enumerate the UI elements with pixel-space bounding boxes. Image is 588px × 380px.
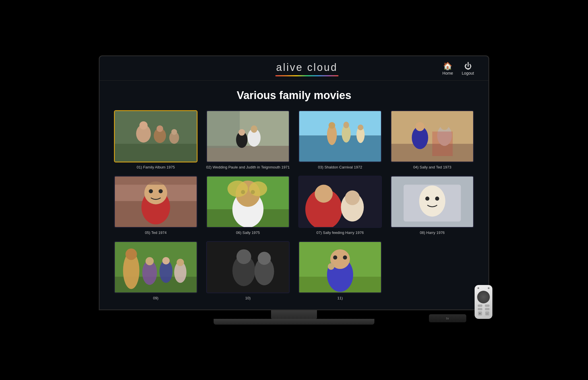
- thumbnail-9: [114, 241, 198, 293]
- svg-point-5: [156, 125, 163, 132]
- tv-wrapper: alive cloud 🏠 Home ⏻ Logout Various fami…: [99, 55, 489, 325]
- movie-item-3[interactable]: 03) Shaldon Carnival 1972: [298, 110, 382, 170]
- svg-point-18: [329, 122, 335, 129]
- svg-point-33: [144, 181, 167, 204]
- svg-point-44: [249, 181, 267, 196]
- tv-screen: alive cloud 🏠 Home ⏻ Logout Various fami…: [99, 55, 489, 310]
- movie-label: 05) Ted 1974: [145, 230, 167, 235]
- movie-item-6[interactable]: 06) Sally 1975: [206, 176, 290, 235]
- movie-item-9[interactable]: 09): [114, 241, 198, 301]
- remote-dot-left: [477, 287, 479, 289]
- svg-point-69: [258, 252, 271, 265]
- svg-point-14: [251, 125, 257, 133]
- svg-point-35: [158, 189, 163, 193]
- movie-item-7[interactable]: 07) Sally feeding Harry 1976: [298, 176, 382, 235]
- svg-point-43: [227, 181, 248, 197]
- svg-point-12: [239, 129, 245, 136]
- movie-label: 01) Family Album 1975: [137, 165, 175, 170]
- movie-label: 06) Sally 1975: [236, 230, 260, 235]
- appletv-box: tv: [429, 314, 466, 322]
- movie-label: 10): [245, 296, 251, 301]
- movie-label: 09): [153, 296, 158, 301]
- svg-point-20: [343, 122, 349, 128]
- svg-point-75: [343, 255, 347, 259]
- svg-point-54: [435, 197, 439, 201]
- movie-item-11[interactable]: 11): [298, 241, 382, 301]
- movie-label: 04) Sally and Ted 1973: [413, 165, 451, 170]
- thumbnail-6: [206, 176, 290, 228]
- remote-btn-home[interactable]: [485, 308, 490, 310]
- svg-point-67: [237, 249, 251, 264]
- remote-wrapper: + -: [472, 285, 495, 319]
- svg-point-49: [345, 190, 360, 205]
- page-title: Various family movies: [114, 86, 474, 102]
- movie-item-4[interactable]: 04) Sally and Ted 1973: [390, 110, 474, 170]
- svg-rect-15: [299, 111, 381, 136]
- thumbnail-7: [298, 176, 382, 228]
- svg-rect-16: [299, 135, 381, 162]
- thumbnail-2: [206, 110, 290, 162]
- nav-logout[interactable]: ⏻ Logout: [462, 62, 474, 75]
- movie-item-10[interactable]: 10): [206, 241, 290, 301]
- tv-stand-neck: [271, 310, 317, 319]
- tv-stand-base: [214, 319, 374, 325]
- svg-point-28: [440, 122, 449, 130]
- remote: + -: [475, 285, 492, 319]
- svg-point-64: [177, 259, 184, 266]
- thumbnail-8: [390, 176, 474, 228]
- nav-home-label: Home: [442, 71, 453, 75]
- thumbnail-10: [206, 241, 290, 293]
- movie-item-2[interactable]: 02) Wedding Paule and Judith in Teignmou…: [206, 110, 290, 170]
- header-nav: 🏠 Home ⏻ Logout: [442, 62, 474, 75]
- movie-label: 03) Shaldon Carnival 1972: [318, 165, 362, 170]
- movie-label: 07) Sally feeding Harry 1976: [316, 230, 364, 235]
- movie-grid: 01) Family Album 1975 02) Wedding Paule …: [114, 110, 474, 301]
- movie-item-5[interactable]: 05) Ted 1974: [114, 176, 198, 235]
- svg-point-62: [162, 257, 170, 265]
- svg-rect-1: [115, 144, 197, 162]
- logo-rainbow-bar: [275, 75, 339, 76]
- remote-btn-back[interactable]: [478, 305, 482, 307]
- movie-item-8[interactable]: 08) Harry 1976: [390, 176, 474, 235]
- app-title: alive cloud: [276, 61, 338, 73]
- movie-label: 02) Wedding Paule and Judith in Teignmou…: [206, 165, 290, 170]
- appletv-logo: tv: [446, 317, 449, 320]
- svg-point-47: [315, 185, 333, 203]
- remote-btn-siri[interactable]: [478, 308, 482, 310]
- remote-top: [476, 287, 491, 289]
- svg-rect-29: [432, 131, 453, 156]
- svg-point-22: [358, 125, 363, 130]
- main-content: Various family movies 01) Family Album 1…: [100, 81, 488, 309]
- remote-vol: + -: [476, 311, 491, 315]
- svg-point-76: [328, 263, 334, 270]
- movie-item-1[interactable]: 01) Family Album 1975: [114, 110, 198, 170]
- remote-btn-menu[interactable]: [485, 305, 490, 307]
- logo-area: alive cloud: [275, 61, 339, 76]
- svg-point-7: [171, 129, 177, 135]
- logout-icon: ⏻: [464, 62, 472, 70]
- movie-label: 08) Harry 1976: [420, 230, 445, 235]
- home-icon: 🏠: [443, 62, 452, 70]
- remote-trackpad[interactable]: [477, 291, 490, 303]
- movie-label: 11): [337, 296, 343, 301]
- nav-home[interactable]: 🏠 Home: [442, 62, 453, 75]
- svg-point-74: [333, 255, 337, 259]
- svg-rect-36: [115, 177, 197, 185]
- svg-point-58: [125, 249, 137, 260]
- svg-point-52: [419, 185, 445, 216]
- svg-rect-10: [207, 111, 240, 148]
- nav-logout-label: Logout: [462, 71, 474, 75]
- svg-point-60: [146, 257, 154, 265]
- thumbnail-1: [114, 110, 198, 162]
- svg-point-3: [140, 121, 148, 130]
- thumbnail-11: [298, 241, 382, 293]
- svg-point-26: [415, 122, 424, 131]
- remote-vol-down[interactable]: -: [485, 311, 489, 315]
- remote-vol-up[interactable]: +: [478, 311, 482, 315]
- remote-btn-row-2: [476, 308, 491, 310]
- thumbnail-4: [390, 110, 474, 162]
- svg-point-53: [425, 197, 429, 201]
- thumbnail-3: [298, 110, 382, 162]
- remote-btn-row-1: [476, 305, 491, 307]
- svg-point-34: [149, 189, 153, 193]
